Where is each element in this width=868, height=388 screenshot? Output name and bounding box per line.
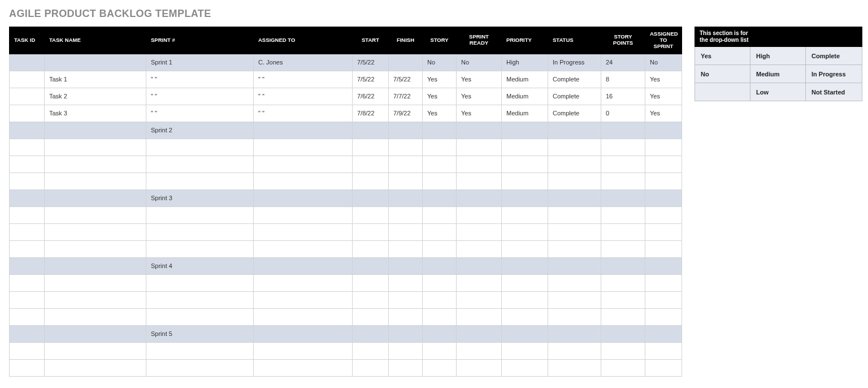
cell-assigned[interactable]: C. Jones <box>254 54 353 71</box>
cell-priority[interactable] <box>502 342 548 359</box>
cell-task-name[interactable] <box>45 257 146 274</box>
cell-start[interactable] <box>353 308 389 325</box>
cell-points[interactable] <box>601 274 645 291</box>
cell-assigned[interactable] <box>254 139 353 156</box>
cell-story[interactable]: Yes <box>423 88 457 105</box>
cell-story[interactable] <box>423 173 457 189</box>
cell-task-name[interactable] <box>45 359 146 376</box>
cell-status[interactable] <box>548 240 601 257</box>
cell-ready[interactable] <box>457 223 502 240</box>
cell-finish[interactable] <box>389 173 423 189</box>
cell-finish[interactable] <box>389 156 423 173</box>
cell-status[interactable] <box>548 325 601 342</box>
cell-priority[interactable]: Medium <box>502 88 548 105</box>
cell-priority[interactable] <box>502 122 548 139</box>
cell-sprint[interactable] <box>146 240 254 257</box>
cell-start[interactable] <box>353 325 389 342</box>
cell-status[interactable]: Complete <box>548 88 601 105</box>
cell-assigned[interactable]: " " <box>254 105 353 122</box>
cell-start[interactable]: 7/8/22 <box>353 105 389 122</box>
cell-to-sprint[interactable] <box>645 156 682 173</box>
cell-points[interactable] <box>601 359 645 376</box>
cell-task-id[interactable] <box>10 105 45 122</box>
cell-assigned[interactable] <box>254 189 353 206</box>
cell-task-id[interactable] <box>10 206 45 223</box>
cell-finish[interactable] <box>389 274 423 291</box>
cell-story[interactable] <box>423 122 457 139</box>
cell-story[interactable]: No <box>423 54 457 71</box>
cell-sprint[interactable]: Sprint 2 <box>146 122 254 139</box>
cell-task-id[interactable] <box>10 308 45 325</box>
cell-task-name[interactable] <box>45 240 146 257</box>
cell-sprint[interactable] <box>146 173 254 189</box>
cell-task-id[interactable] <box>10 342 45 359</box>
cell-task-id[interactable] <box>10 139 45 156</box>
cell-assigned[interactable] <box>254 173 353 189</box>
cell-finish[interactable]: 7/9/22 <box>389 105 423 122</box>
cell-story[interactable] <box>423 291 457 308</box>
cell-status[interactable] <box>548 257 601 274</box>
cell-status[interactable]: Complete <box>548 105 601 122</box>
cell-task-id[interactable] <box>10 325 45 342</box>
cell-status[interactable] <box>548 291 601 308</box>
cell-task-id[interactable] <box>10 173 45 189</box>
cell-ready[interactable]: Yes <box>457 105 502 122</box>
cell-finish[interactable] <box>389 240 423 257</box>
cell-priority[interactable] <box>502 359 548 376</box>
cell-status[interactable]: In Progress <box>548 54 601 71</box>
cell-sprint[interactable]: " " <box>146 105 254 122</box>
cell-finish[interactable] <box>389 206 423 223</box>
cell-to-sprint[interactable] <box>645 274 682 291</box>
cell-points[interactable] <box>601 342 645 359</box>
cell-story[interactable] <box>423 325 457 342</box>
cell-story[interactable] <box>423 156 457 173</box>
cell-start[interactable] <box>353 240 389 257</box>
cell-points[interactable]: 16 <box>601 88 645 105</box>
cell-finish[interactable] <box>389 223 423 240</box>
cell-priority[interactable] <box>502 291 548 308</box>
cell-story[interactable] <box>423 240 457 257</box>
cell-task-name[interactable] <box>45 156 146 173</box>
cell-task-name[interactable] <box>45 122 146 139</box>
cell-task-id[interactable] <box>10 291 45 308</box>
cell-task-name[interactable] <box>45 308 146 325</box>
cell-points[interactable] <box>601 223 645 240</box>
cell-points[interactable] <box>601 139 645 156</box>
cell-finish[interactable]: 7/7/22 <box>389 88 423 105</box>
cell-sprint[interactable]: " " <box>146 88 254 105</box>
cell-ready[interactable] <box>457 274 502 291</box>
cell-task-id[interactable] <box>10 88 45 105</box>
cell-story[interactable] <box>423 139 457 156</box>
cell-ready[interactable] <box>457 122 502 139</box>
cell-task-name[interactable] <box>45 173 146 189</box>
cell-ready[interactable] <box>457 139 502 156</box>
cell-status[interactable] <box>548 308 601 325</box>
cell-to-sprint[interactable] <box>645 342 682 359</box>
cell-priority[interactable] <box>502 139 548 156</box>
cell-start[interactable] <box>353 274 389 291</box>
cell-points[interactable] <box>601 325 645 342</box>
cell-sprint[interactable]: Sprint 4 <box>146 257 254 274</box>
cell-status[interactable] <box>548 173 601 189</box>
cell-task-id[interactable] <box>10 189 45 206</box>
cell-task-name[interactable] <box>45 223 146 240</box>
cell-ready[interactable]: Yes <box>457 71 502 88</box>
cell-finish[interactable] <box>389 54 423 71</box>
cell-ready[interactable]: Yes <box>457 88 502 105</box>
cell-to-sprint[interactable] <box>645 291 682 308</box>
cell-priority[interactable]: Medium <box>502 71 548 88</box>
cell-sprint[interactable] <box>146 342 254 359</box>
cell-sprint[interactable] <box>146 223 254 240</box>
cell-points[interactable]: 24 <box>601 54 645 71</box>
cell-priority[interactable] <box>502 189 548 206</box>
cell-points[interactable] <box>601 240 645 257</box>
cell-task-name[interactable] <box>45 274 146 291</box>
cell-points[interactable] <box>601 122 645 139</box>
cell-start[interactable] <box>353 223 389 240</box>
cell-assigned[interactable] <box>254 274 353 291</box>
cell-task-name[interactable] <box>45 54 146 71</box>
cell-finish[interactable] <box>389 257 423 274</box>
cell-priority[interactable] <box>502 274 548 291</box>
cell-start[interactable]: 7/5/22 <box>353 71 389 88</box>
cell-priority[interactable] <box>502 173 548 189</box>
